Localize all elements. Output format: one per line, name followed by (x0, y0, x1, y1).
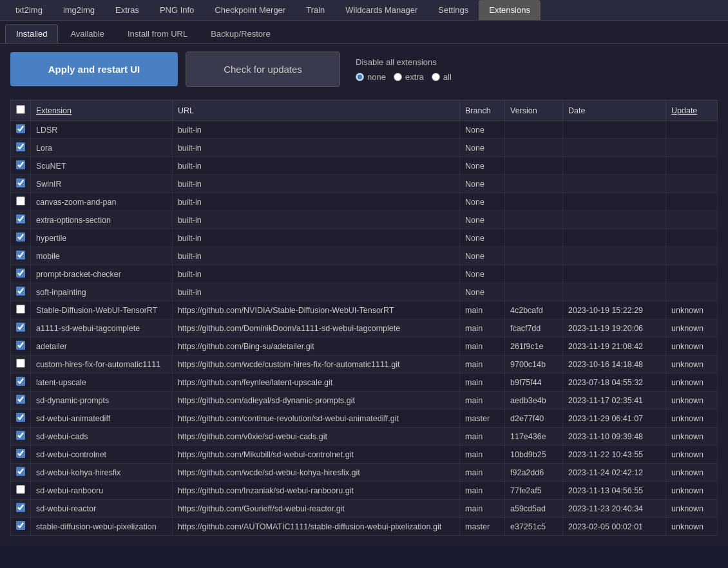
radio-extra[interactable]: extra (394, 72, 424, 82)
extension-checkbox[interactable] (16, 323, 25, 332)
extension-version: 4c2bcafd (505, 301, 563, 319)
extension-checkbox[interactable] (16, 485, 25, 494)
extension-checkbox[interactable] (16, 395, 25, 404)
extension-checkbox[interactable] (16, 269, 25, 278)
extension-branch: None (460, 193, 505, 211)
extension-date: 2023-11-17 02:35:41 (563, 392, 666, 410)
extension-url: https://github.com/Inzaniak/sd-webui-ran… (172, 482, 459, 500)
extension-branch: master (460, 518, 505, 536)
extension-url: built-in (172, 265, 459, 283)
radio-label-none: none (367, 72, 386, 82)
nav-item-checkpoint-merger[interactable]: Checkpoint Merger (204, 0, 296, 20)
extension-checkbox[interactable] (16, 142, 25, 151)
extension-checkbox[interactable] (16, 214, 25, 223)
table-row: SwinIRbuilt-inNone (11, 175, 718, 193)
extension-checkbox[interactable] (16, 160, 25, 169)
extension-date (563, 193, 666, 211)
extension-checkbox[interactable] (16, 413, 25, 422)
extension-update (666, 283, 718, 301)
tab-backup/restore[interactable]: Backup/Restore (200, 24, 282, 43)
extension-branch: main (460, 446, 505, 464)
extension-date: 2023-07-18 04:55:32 (563, 374, 666, 392)
extension-checkbox[interactable] (16, 178, 25, 187)
extension-update (666, 193, 718, 211)
radio-none[interactable]: none (356, 72, 386, 82)
row-checkbox-cell (11, 319, 31, 337)
nav-item-extensions[interactable]: Extensions (479, 0, 541, 20)
row-checkbox-cell (11, 175, 31, 193)
extension-checkbox[interactable] (16, 449, 25, 458)
top-nav: txt2imgimg2imgExtrasPNG InfoCheckpoint M… (0, 0, 728, 21)
nav-item-settings[interactable]: Settings (428, 0, 479, 20)
nav-item-wildcards-manager[interactable]: Wildcards Manager (335, 0, 428, 20)
extension-checkbox[interactable] (16, 467, 25, 476)
row-checkbox-cell (11, 265, 31, 283)
extension-branch: None (460, 121, 505, 139)
nav-item-png-info[interactable]: PNG Info (149, 0, 204, 20)
extension-checkbox[interactable] (16, 287, 25, 296)
extension-checkbox[interactable] (16, 521, 25, 530)
extension-branch: None (460, 211, 505, 229)
radio-label-all: all (443, 72, 452, 82)
extension-url: built-in (172, 229, 459, 247)
extension-name: ScuNET (31, 157, 173, 175)
apply-restart-button[interactable]: Apply and restart UI (10, 52, 178, 86)
extension-date (563, 121, 666, 139)
extension-checkbox[interactable] (16, 431, 25, 440)
table-row: sd-webui-kohya-hiresfixhttps://github.co… (11, 464, 718, 482)
tab-available[interactable]: Available (59, 24, 115, 43)
extension-branch: main (460, 355, 505, 374)
extension-name: prompt-bracket-checker (31, 265, 173, 283)
extension-branch: None (460, 157, 505, 175)
extension-branch: None (460, 247, 505, 265)
extension-update: unknown (666, 392, 718, 410)
extension-checkbox[interactable] (16, 341, 25, 350)
col-header-extension[interactable]: Extension (31, 100, 173, 121)
extension-update: unknown (666, 319, 718, 337)
extension-checkbox[interactable] (16, 377, 25, 386)
row-checkbox-cell (11, 157, 31, 175)
extensions-table: ExtensionURLBranchVersionDateUpdate LDSR… (10, 100, 718, 536)
extension-version (505, 157, 563, 175)
extension-date (563, 139, 666, 157)
extension-url: https://github.com/wcde/sd-webui-kohya-h… (172, 464, 459, 482)
extension-update (666, 175, 718, 193)
extension-name: sd-webui-ranbooru (31, 482, 173, 500)
radio-all[interactable]: all (432, 72, 452, 82)
nav-item-extras[interactable]: Extras (105, 0, 149, 20)
check-updates-button[interactable]: Check for updates (186, 52, 340, 87)
extension-update: unknown (666, 518, 718, 536)
row-checkbox-cell (11, 139, 31, 157)
table-row: latent-upscalehttps://github.com/feynlee… (11, 374, 718, 392)
extension-checkbox[interactable] (16, 124, 25, 133)
nav-item-img2img[interactable]: img2img (53, 0, 105, 20)
extension-name: latent-upscale (31, 374, 173, 392)
extension-update: unknown (666, 410, 718, 428)
extension-update (666, 157, 718, 175)
extension-name: extra-options-section (31, 211, 173, 229)
extensions-table-container: ExtensionURLBranchVersionDateUpdate LDSR… (0, 95, 728, 546)
extension-update (666, 139, 718, 157)
extension-date (563, 247, 666, 265)
extension-url: built-in (172, 157, 459, 175)
extension-update (666, 211, 718, 229)
extension-checkbox[interactable] (16, 359, 25, 368)
extension-checkbox[interactable] (16, 196, 25, 205)
row-checkbox-cell (11, 518, 31, 536)
tab-install-from-url[interactable]: Install from URL (117, 24, 198, 43)
tab-installed[interactable]: Installed (5, 24, 58, 43)
radio-label-extra: extra (405, 72, 424, 82)
nav-item-txt2img[interactable]: txt2img (5, 0, 53, 20)
table-row: sd-webui-ranbooruhttps://github.com/Inza… (11, 482, 718, 500)
extension-checkbox[interactable] (16, 503, 25, 512)
extension-checkbox[interactable] (16, 251, 25, 260)
extension-name: sd-webui-cads (31, 428, 173, 446)
extension-checkbox[interactable] (16, 232, 25, 241)
extension-branch: None (460, 265, 505, 283)
extension-branch: None (460, 175, 505, 193)
select-all-checkbox[interactable] (16, 105, 25, 114)
col-header-update[interactable]: Update (666, 100, 718, 121)
row-checkbox-cell (11, 446, 31, 464)
nav-item-train[interactable]: Train (296, 0, 335, 20)
extension-checkbox[interactable] (16, 305, 25, 314)
